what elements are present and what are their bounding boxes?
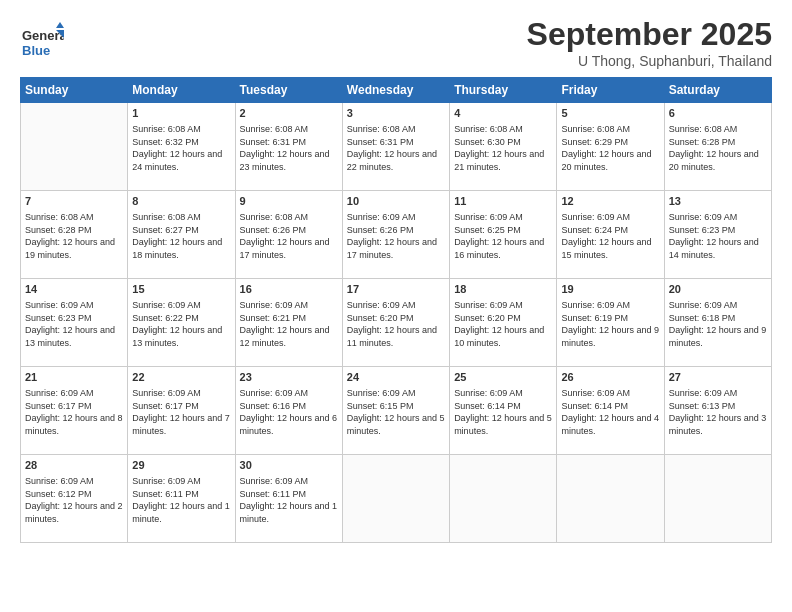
cell-info: Sunrise: 6:08 AMSunset: 6:28 PMDaylight:… [669,124,759,172]
day-number: 6 [669,106,767,121]
day-number: 2 [240,106,338,121]
week-row-4: 28Sunrise: 6:09 AMSunset: 6:12 PMDayligh… [21,455,772,543]
cell-info: Sunrise: 6:09 AMSunset: 6:14 PMDaylight:… [561,388,659,436]
logo-block: General Blue [20,20,64,68]
cell-info: Sunrise: 6:09 AMSunset: 6:17 PMDaylight:… [132,388,230,436]
day-number: 1 [132,106,230,121]
day-number: 21 [25,370,123,385]
logo-icon: General Blue [20,20,64,64]
calendar-cell: 2Sunrise: 6:08 AMSunset: 6:31 PMDaylight… [235,103,342,191]
cell-info: Sunrise: 6:09 AMSunset: 6:26 PMDaylight:… [347,212,437,260]
calendar-cell: 9Sunrise: 6:08 AMSunset: 6:26 PMDaylight… [235,191,342,279]
cell-info: Sunrise: 6:09 AMSunset: 6:12 PMDaylight:… [25,476,123,524]
day-number: 20 [669,282,767,297]
calendar-cell: 11Sunrise: 6:09 AMSunset: 6:25 PMDayligh… [450,191,557,279]
calendar-cell: 8Sunrise: 6:08 AMSunset: 6:27 PMDaylight… [128,191,235,279]
calendar-cell [450,455,557,543]
calendar-cell: 23Sunrise: 6:09 AMSunset: 6:16 PMDayligh… [235,367,342,455]
calendar-cell: 28Sunrise: 6:09 AMSunset: 6:12 PMDayligh… [21,455,128,543]
calendar-cell: 27Sunrise: 6:09 AMSunset: 6:13 PMDayligh… [664,367,771,455]
day-number: 17 [347,282,445,297]
cell-info: Sunrise: 6:08 AMSunset: 6:27 PMDaylight:… [132,212,222,260]
cell-info: Sunrise: 6:08 AMSunset: 6:30 PMDaylight:… [454,124,544,172]
calendar-cell: 14Sunrise: 6:09 AMSunset: 6:23 PMDayligh… [21,279,128,367]
cell-info: Sunrise: 6:09 AMSunset: 6:20 PMDaylight:… [347,300,437,348]
col-header-saturday: Saturday [664,78,771,103]
day-number: 3 [347,106,445,121]
cell-info: Sunrise: 6:09 AMSunset: 6:14 PMDaylight:… [454,388,552,436]
calendar-cell: 1Sunrise: 6:08 AMSunset: 6:32 PMDaylight… [128,103,235,191]
cell-info: Sunrise: 6:09 AMSunset: 6:13 PMDaylight:… [669,388,767,436]
day-number: 13 [669,194,767,209]
day-number: 29 [132,458,230,473]
day-number: 27 [669,370,767,385]
day-number: 23 [240,370,338,385]
cell-info: Sunrise: 6:09 AMSunset: 6:16 PMDaylight:… [240,388,338,436]
cell-info: Sunrise: 6:09 AMSunset: 6:24 PMDaylight:… [561,212,651,260]
cell-info: Sunrise: 6:09 AMSunset: 6:20 PMDaylight:… [454,300,544,348]
cell-info: Sunrise: 6:08 AMSunset: 6:31 PMDaylight:… [347,124,437,172]
calendar-cell: 6Sunrise: 6:08 AMSunset: 6:28 PMDaylight… [664,103,771,191]
calendar-cell: 30Sunrise: 6:09 AMSunset: 6:11 PMDayligh… [235,455,342,543]
day-number: 16 [240,282,338,297]
calendar-cell: 19Sunrise: 6:09 AMSunset: 6:19 PMDayligh… [557,279,664,367]
col-header-tuesday: Tuesday [235,78,342,103]
cell-info: Sunrise: 6:09 AMSunset: 6:21 PMDaylight:… [240,300,330,348]
week-row-1: 7Sunrise: 6:08 AMSunset: 6:28 PMDaylight… [21,191,772,279]
cell-info: Sunrise: 6:09 AMSunset: 6:23 PMDaylight:… [25,300,115,348]
svg-marker-2 [56,22,64,28]
cell-info: Sunrise: 6:09 AMSunset: 6:22 PMDaylight:… [132,300,222,348]
col-header-wednesday: Wednesday [342,78,449,103]
calendar-table: SundayMondayTuesdayWednesdayThursdayFrid… [20,77,772,543]
calendar-cell: 22Sunrise: 6:09 AMSunset: 6:17 PMDayligh… [128,367,235,455]
calendar-cell: 17Sunrise: 6:09 AMSunset: 6:20 PMDayligh… [342,279,449,367]
day-number: 18 [454,282,552,297]
calendar-cell: 20Sunrise: 6:09 AMSunset: 6:18 PMDayligh… [664,279,771,367]
calendar-cell: 16Sunrise: 6:09 AMSunset: 6:21 PMDayligh… [235,279,342,367]
cell-info: Sunrise: 6:09 AMSunset: 6:25 PMDaylight:… [454,212,544,260]
day-number: 26 [561,370,659,385]
cell-info: Sunrise: 6:09 AMSunset: 6:18 PMDaylight:… [669,300,767,348]
day-number: 11 [454,194,552,209]
week-row-0: 1Sunrise: 6:08 AMSunset: 6:32 PMDaylight… [21,103,772,191]
calendar-cell: 7Sunrise: 6:08 AMSunset: 6:28 PMDaylight… [21,191,128,279]
calendar-cell: 26Sunrise: 6:09 AMSunset: 6:14 PMDayligh… [557,367,664,455]
col-header-thursday: Thursday [450,78,557,103]
cell-info: Sunrise: 6:08 AMSunset: 6:29 PMDaylight:… [561,124,651,172]
calendar-cell: 18Sunrise: 6:09 AMSunset: 6:20 PMDayligh… [450,279,557,367]
logo: General Blue [20,20,64,68]
calendar-cell [21,103,128,191]
calendar-cell: 15Sunrise: 6:09 AMSunset: 6:22 PMDayligh… [128,279,235,367]
calendar-cell: 4Sunrise: 6:08 AMSunset: 6:30 PMDaylight… [450,103,557,191]
day-number: 8 [132,194,230,209]
calendar-cell: 29Sunrise: 6:09 AMSunset: 6:11 PMDayligh… [128,455,235,543]
day-number: 14 [25,282,123,297]
col-header-monday: Monday [128,78,235,103]
day-number: 4 [454,106,552,121]
calendar-cell: 5Sunrise: 6:08 AMSunset: 6:29 PMDaylight… [557,103,664,191]
calendar-cell [342,455,449,543]
calendar-cell: 25Sunrise: 6:09 AMSunset: 6:14 PMDayligh… [450,367,557,455]
calendar-cell: 21Sunrise: 6:09 AMSunset: 6:17 PMDayligh… [21,367,128,455]
day-number: 22 [132,370,230,385]
calendar-cell: 10Sunrise: 6:09 AMSunset: 6:26 PMDayligh… [342,191,449,279]
cell-info: Sunrise: 6:09 AMSunset: 6:17 PMDaylight:… [25,388,123,436]
calendar-cell [557,455,664,543]
svg-text:Blue: Blue [22,43,50,58]
col-header-friday: Friday [557,78,664,103]
calendar-cell: 24Sunrise: 6:09 AMSunset: 6:15 PMDayligh… [342,367,449,455]
day-number: 28 [25,458,123,473]
day-number: 19 [561,282,659,297]
cell-info: Sunrise: 6:08 AMSunset: 6:31 PMDaylight:… [240,124,330,172]
day-number: 15 [132,282,230,297]
month-title: September 2025 [527,16,772,53]
cell-info: Sunrise: 6:09 AMSunset: 6:11 PMDaylight:… [240,476,338,524]
cell-info: Sunrise: 6:09 AMSunset: 6:15 PMDaylight:… [347,388,445,436]
week-row-2: 14Sunrise: 6:09 AMSunset: 6:23 PMDayligh… [21,279,772,367]
header-row: SundayMondayTuesdayWednesdayThursdayFrid… [21,78,772,103]
cell-info: Sunrise: 6:08 AMSunset: 6:26 PMDaylight:… [240,212,330,260]
calendar-cell: 3Sunrise: 6:08 AMSunset: 6:31 PMDaylight… [342,103,449,191]
location-subtitle: U Thong, Suphanburi, Thailand [527,53,772,69]
calendar-cell: 13Sunrise: 6:09 AMSunset: 6:23 PMDayligh… [664,191,771,279]
day-number: 10 [347,194,445,209]
